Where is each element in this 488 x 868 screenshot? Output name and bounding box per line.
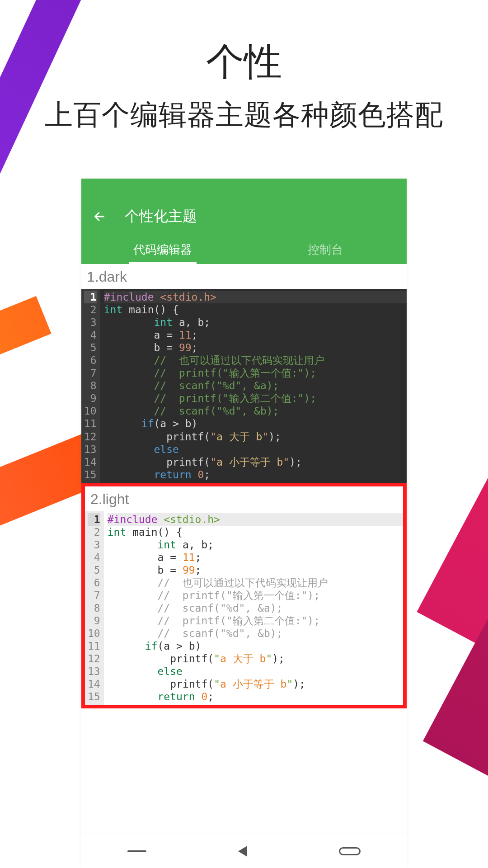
appbar: 个性化主题 代码编辑器 控制台 [81,179,407,264]
back-arrow-icon[interactable] [92,209,107,224]
tab-code-editor[interactable]: 代码编辑器 [81,235,244,264]
gutter-light: 123456789101112131415 [85,511,104,705]
nav-recent-icon[interactable] [127,850,146,852]
decor-stripe-pink [417,133,488,663]
nav-back-icon[interactable] [238,846,247,857]
theme-label-light: 2.light [85,486,403,511]
appbar-title: 个性化主题 [125,207,197,226]
gutter-dark: 123456789101112131415 [81,289,100,483]
code-dark: #include <stdio.h>int main() { int a, b;… [100,289,407,483]
code-light: #include <stdio.h>int main() { int a, b;… [104,511,403,705]
theme-preview-dark[interactable]: 123456789101112131415 #include <stdio.h>… [81,289,407,483]
system-navbar [81,834,407,868]
theme-preview-light-selected[interactable]: 2.light 123456789101112131415 #include <… [81,483,407,709]
tab-console[interactable]: 控制台 [244,235,407,264]
phone-mockup: 个性化主题 代码编辑器 控制台 1.dark 12345678910111213… [81,179,407,868]
hero-subtitle: 上百个编辑器主题各种颜色搭配 [0,96,488,134]
theme-label-dark: 1.dark [81,264,407,289]
nav-home-icon[interactable] [339,847,361,855]
tabs: 代码编辑器 控制台 [81,235,407,264]
decor-stripe-orange [0,296,52,419]
hero-title: 个性 [0,36,488,88]
